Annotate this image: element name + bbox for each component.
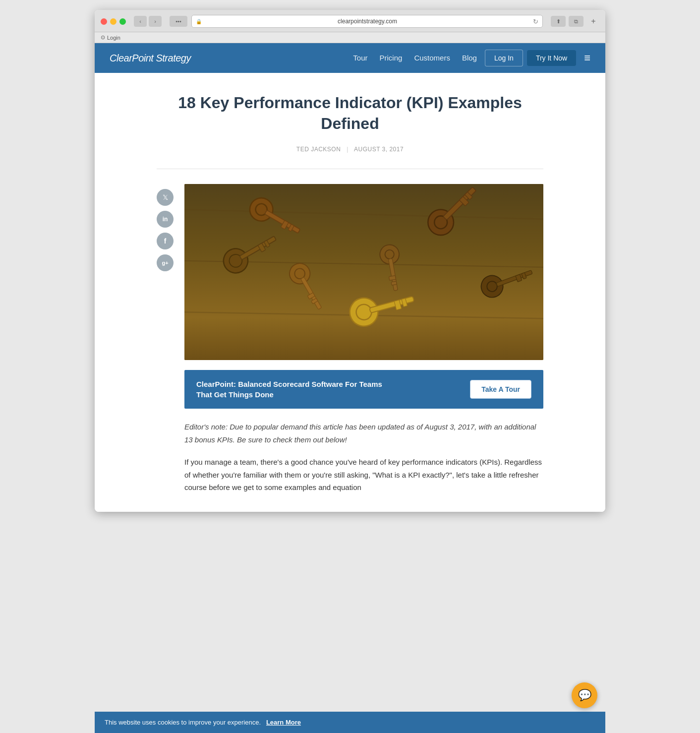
article-text: Editor's note: Due to popular demand thi…	[184, 421, 543, 494]
maximize-dot[interactable]	[119, 18, 126, 25]
reader-icon: ⊙	[101, 34, 105, 41]
article-paragraph-1: If you manage a team, there's a good cha…	[184, 456, 543, 494]
hero-image-container	[184, 184, 543, 360]
facebook-icon: f	[164, 237, 167, 245]
browser-titlebar: ‹ › ••• 🔒 clearpointstrategy.com ↻ ⬆ ⧉ +	[95, 10, 605, 32]
lock-icon: 🔒	[196, 19, 202, 24]
try-it-now-button[interactable]: Try It Now	[527, 50, 576, 66]
keys-illustration	[184, 184, 543, 360]
reload-icon[interactable]: ↻	[533, 18, 538, 25]
nav-link-blog[interactable]: Blog	[462, 54, 477, 62]
cta-banner: ClearPoint: Balanced Scorecard Software …	[184, 370, 543, 409]
hero-image	[184, 184, 543, 360]
nav-link-customers[interactable]: Customers	[414, 54, 450, 62]
nav-item-pricing[interactable]: Pricing	[380, 54, 403, 62]
editor-note: Editor's note: Due to popular demand thi…	[184, 421, 543, 446]
minimize-dot[interactable]	[110, 18, 117, 25]
login-link[interactable]: ⊙ Login	[101, 34, 120, 41]
facebook-share-button[interactable]: f	[157, 233, 174, 249]
nav-item-tour[interactable]: Tour	[353, 54, 367, 62]
social-sidebar: 𝕏 in f g+	[157, 184, 175, 502]
back-button[interactable]: ‹	[134, 16, 147, 27]
more-button[interactable]: •••	[170, 16, 187, 27]
address-bar[interactable]: 🔒 clearpointstrategy.com ↻	[191, 15, 543, 28]
close-dot[interactable]	[101, 18, 107, 25]
nav-link-pricing[interactable]: Pricing	[380, 54, 403, 62]
nav-item-customers[interactable]: Customers	[414, 54, 450, 62]
site-logo[interactable]: ClearPoint Strategy	[110, 53, 191, 64]
login-label: Login	[107, 35, 120, 41]
browser-dots	[101, 18, 126, 25]
main-content: 18 Key Performance Indicator (KPI) Examp…	[147, 73, 553, 512]
linkedin-share-button[interactable]: in	[157, 211, 174, 228]
site-content: ClearPoint Strategy Tour Pricing Custome…	[95, 43, 605, 512]
nav-link-tour[interactable]: Tour	[353, 54, 367, 62]
article-body: 𝕏 in f g+	[157, 184, 543, 502]
article-divider	[157, 169, 543, 169]
twitter-share-button[interactable]: 𝕏	[157, 189, 174, 206]
meta-separator: |	[347, 146, 349, 153]
article-author: TED JACKSON	[296, 146, 341, 153]
login-button[interactable]: Log In	[485, 50, 523, 66]
browser-nav: ‹ ›	[134, 16, 162, 27]
article-date: AUGUST 3, 2017	[354, 146, 404, 153]
browser-window: ‹ › ••• 🔒 clearpointstrategy.com ↻ ⬆ ⧉ +…	[95, 10, 605, 512]
cta-text: ClearPoint: Balanced Scorecard Software …	[196, 379, 385, 400]
twitter-icon: 𝕏	[163, 193, 168, 201]
new-tab-button[interactable]: +	[587, 16, 599, 27]
nav-item-blog[interactable]: Blog	[462, 54, 477, 62]
nav-links: Tour Pricing Customers Blog	[353, 54, 477, 62]
googleplus-share-button[interactable]: g+	[157, 254, 174, 271]
article-title: 18 Key Performance Indicator (KPI) Examp…	[157, 93, 543, 134]
browser-subbar: ⊙ Login	[95, 32, 605, 43]
tabs-button[interactable]: ⧉	[569, 16, 583, 27]
site-nav: ClearPoint Strategy Tour Pricing Custome…	[95, 43, 605, 73]
logo-text: ClearPoint Strategy	[110, 53, 191, 64]
hamburger-menu[interactable]: ≡	[584, 52, 590, 64]
cta-tour-button[interactable]: Take A Tour	[470, 380, 531, 399]
googleplus-icon: g+	[162, 260, 168, 266]
url-text: clearpointstrategy.com	[205, 18, 530, 25]
svg-rect-32	[389, 276, 396, 281]
browser-actions: ⬆ ⧉	[551, 16, 583, 27]
share-button[interactable]: ⬆	[551, 16, 566, 27]
article-main-content: ClearPoint: Balanced Scorecard Software …	[184, 184, 543, 502]
svg-rect-33	[391, 281, 397, 285]
article-meta: TED JACKSON | AUGUST 3, 2017	[157, 146, 543, 153]
linkedin-icon: in	[163, 216, 168, 223]
forward-button[interactable]: ›	[149, 16, 162, 27]
